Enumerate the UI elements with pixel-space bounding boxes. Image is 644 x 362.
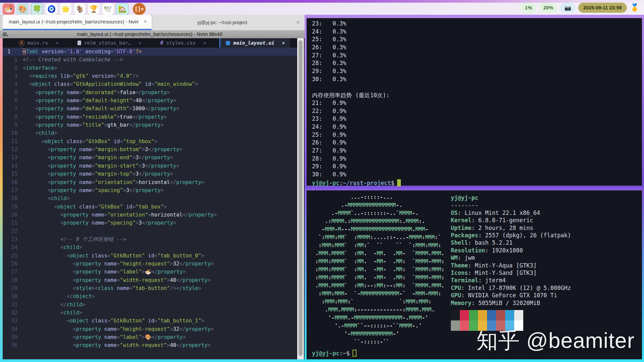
code-line[interactable]: 31 </child> <box>3 301 297 309</box>
code-line[interactable]: 5 <property name="decorated">false</prop… <box>3 88 297 97</box>
desktop: 🍜🎨🍀🧿🌟🐐🏆🕊️🏡[]= 1% 20% 📷 2025-09-11 23:59 … <box>0 0 644 362</box>
system-tray: 1% 20% 📷 2025-09-11 23:59 🥇 <box>521 2 639 13</box>
neofetch-row-resolution: Resolution: 644x362 <box>451 247 571 254</box>
code-line[interactable]: 35 <property name="label">🎨</property> <box>3 333 297 341</box>
code-line[interactable]: 20 <property name="orientation">horizont… <box>3 211 297 219</box>
close-icon[interactable]: × <box>139 18 152 25</box>
code-line[interactable]: 21 <property name="spacing">3</property> <box>3 219 297 227</box>
code-line[interactable]: 36 <property name="width-request">40</pr… <box>3 341 297 349</box>
terminal-line: 28: 0.9% <box>312 155 642 163</box>
buffer-tabline: Rmain.rs×relm_status_bar…×#styles.css×ma… <box>3 38 308 48</box>
code-line[interactable]: 27 <property name="label">🍜</property> <box>3 268 297 276</box>
code-line[interactable]: 2<interface> <box>3 64 297 72</box>
window-tab-nvim[interactable]: main_layout.ui (~/rust-project/relm_bar/… <box>3 15 152 30</box>
code-line[interactable]: 17 <property name="spacing">3</property> <box>3 186 297 194</box>
scrollbar-track[interactable] <box>297 38 304 359</box>
buffer-tab-label: styles.css <box>166 40 196 46</box>
close-icon[interactable]: × <box>56 40 58 46</box>
terminal-top[interactable]: 23: 0.3%24: 0.3%25: 0.3%26: 0.3%27: 0.3%… <box>305 15 644 188</box>
close-icon[interactable]: × <box>203 40 206 46</box>
code-line[interactable]: 8 <property name="resizable">true</prope… <box>3 113 297 121</box>
nvim-window-titlebar[interactable]: ⊞▾ main_layout.ui (~/rust-project/relm_b… <box>0 30 305 38</box>
code-line[interactable]: 24 <child> <box>3 243 297 251</box>
shell-prompt: yj@yj-pc:~/rust-project$ <box>312 179 642 187</box>
code-line[interactable]: 32 <child> <box>3 309 297 317</box>
line-number: 30 <box>3 292 23 300</box>
code-line[interactable]: 10 <child> <box>3 129 297 137</box>
buffer-tab-main.rs[interactable]: Rmain.rs× <box>13 38 64 48</box>
terminal-output: 23: 0.3%24: 0.3%25: 0.3%26: 0.3%27: 0.3%… <box>312 20 642 179</box>
code-line[interactable]: 22 <box>3 227 297 235</box>
memory-usage-badge: 20% <box>539 3 557 13</box>
neofetch-ascii-logo: ...-:::::-... .-MMMMMMMMMMMMMMM-. .-MMMM… <box>312 193 444 346</box>
line-number: 19 <box>3 203 23 211</box>
neofetch-row-memory: Memory: 5855MiB / 32020MiB <box>451 299 571 307</box>
workspace-indicator-button[interactable]: []= <box>133 3 146 15</box>
code-line[interactable]: 25 <object class="GtkButton" id="tab_but… <box>3 252 297 260</box>
buffer-tab-relm_status_bar-[interactable]: relm_status_bar…× <box>72 38 147 48</box>
code-line[interactable]: 28 <property name="width-request">40</pr… <box>3 276 297 284</box>
terminal-line: 30: 0.3% <box>312 76 642 84</box>
taskbar-app-2[interactable]: 🍀 <box>31 3 43 15</box>
terminal-line: 28: 0.3% <box>312 60 642 68</box>
palette-swatch <box>469 310 478 320</box>
close-icon[interactable]: × <box>292 19 305 26</box>
taskbar-app-list: 🍜🎨🍀🧿🌟🐐🏆🕊️🏡[]= <box>3 3 146 15</box>
code-line[interactable]: 1<!-- Created with Cambalache --> <box>3 56 297 64</box>
code-line[interactable]: 19 <object class="GtkBox" id="tab_box"> <box>3 203 297 211</box>
code-line[interactable]: 9 <property name="title">gtk_bar</proper… <box>3 121 297 129</box>
nvim-editor[interactable]: Rmain.rs×relm_status_bar…×#styles.css×ma… <box>0 38 305 362</box>
code-line[interactable]: 29 <style><class name="tab-button"/></st… <box>3 284 297 292</box>
line-number: 12 <box>3 145 23 154</box>
clock-widget[interactable]: 2025-09-11 23:59 <box>578 3 627 13</box>
terminal-line: 23: 0.3% <box>312 20 642 28</box>
code-line[interactable]: 3 <requires lib="gtk" version="4.0"/> <box>3 72 297 80</box>
code-line[interactable]: 11 <object class="GtkBox" id="top_hbox"> <box>3 137 297 145</box>
rust-icon: R <box>19 40 24 46</box>
code-line[interactable]: 14 <property name="margin-start">3</prop… <box>3 162 297 170</box>
buffer-tab-styles.css[interactable]: #styles.css× <box>155 38 212 48</box>
screenshot-button[interactable]: 📷 <box>560 3 576 13</box>
line-number: 31 <box>3 301 23 309</box>
taskbar-app-7[interactable]: 🕊️ <box>102 3 114 15</box>
buffer-tab-main_layout.ui[interactable]: main_layout.ui× <box>219 38 290 48</box>
terminal-line: 22: 0.9% <box>312 108 642 116</box>
code-line[interactable]: 34 <property name="height-request">32</p… <box>3 325 297 333</box>
code-line-cursor[interactable]: 1<?xml version='1.0' encoding='UTF-8'?> <box>3 48 297 56</box>
taskbar-app-4[interactable]: 🌟 <box>60 3 71 15</box>
terminal-line: 25: 0.9% <box>312 131 642 139</box>
terminal-line: 25: 0.3% <box>312 36 642 44</box>
code-line[interactable]: 26 <property name="height-request">32</p… <box>3 260 297 268</box>
taskbar-app-5[interactable]: 🐐 <box>74 3 86 15</box>
code-line[interactable]: 4 <object class="GtkApplicationWindow" i… <box>3 80 297 88</box>
code-line[interactable]: 12 <property name="margin-bottom">3</pro… <box>3 145 297 154</box>
close-icon[interactable]: × <box>139 40 141 46</box>
code-area[interactable]: 1<?xml version='1.0' encoding='UTF-8'?>1… <box>3 48 297 355</box>
code-line[interactable]: 30 </object> <box>3 292 297 300</box>
neofetch-row-theme: Theme: Mint-Y-Aqua [GTK3] <box>451 262 571 269</box>
scrollbar-thumb[interactable] <box>299 40 303 356</box>
window-tab-terminal[interactable]: yj@yj-pc: ~/rust-project × <box>153 15 305 30</box>
code-line[interactable]: 33 <object class="GtkButton" id="tab_but… <box>3 317 297 325</box>
code-line[interactable]: 16 <property name="orientation">horizont… <box>3 178 297 186</box>
code-line[interactable]: 7 <property name="default-width">1000</p… <box>3 105 297 113</box>
taskbar-app-8[interactable]: 🏡 <box>116 3 128 15</box>
taskbar-app-6[interactable]: 🏆 <box>88 3 100 15</box>
terminal-line <box>312 84 642 92</box>
taskbar-app-0[interactable]: 🍜 <box>3 3 14 15</box>
close-icon[interactable]: × <box>282 40 285 46</box>
taskbar-app-3[interactable]: 🧿 <box>46 3 57 15</box>
terminal-line: 24: 0.3% <box>312 28 642 36</box>
code-line[interactable]: 23 <!-- 9 个工作区按钮 --> <box>3 235 297 243</box>
code-line[interactable]: 6 <property name="default-height">40</pr… <box>3 97 297 105</box>
code-line[interactable]: 15 <property name="margin-top">3</proper… <box>3 170 297 178</box>
palette-swatch <box>505 310 514 320</box>
taskbar-app-1[interactable]: 🎨 <box>17 3 29 15</box>
code-line[interactable]: 13 <property name="margin-end">3</proper… <box>3 154 297 162</box>
line-number: 24 <box>3 243 23 251</box>
window-grid-icon[interactable]: ⊞▾ <box>3 32 8 37</box>
line-number: 33 <box>3 317 23 325</box>
code-line[interactable]: 18 <child> <box>3 194 297 202</box>
file-icon <box>77 41 81 45</box>
prompt-separator: : <box>339 350 343 357</box>
